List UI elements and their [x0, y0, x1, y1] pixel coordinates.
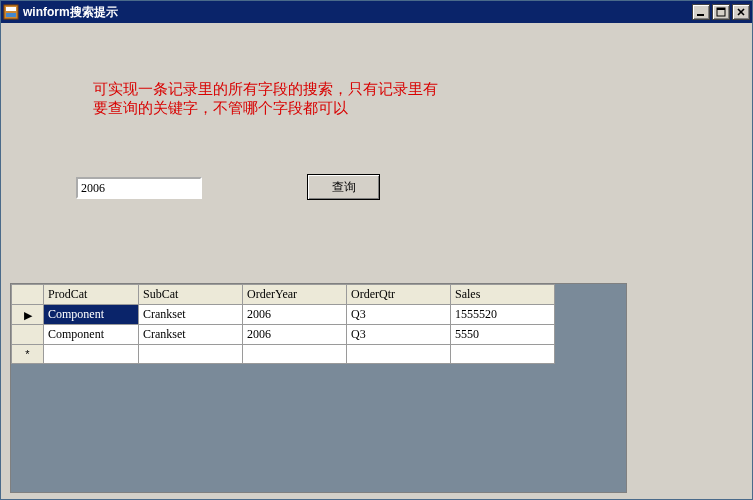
data-grid[interactable]: ProdCat SubCat OrderYear OrderQtr Sales …: [10, 283, 627, 493]
app-window: winform搜索提示 可实现一条记录里的所有字段的搜索，只有记录里有 要查询的…: [0, 0, 753, 500]
table-new-row[interactable]: *: [12, 345, 555, 364]
svg-rect-3: [697, 14, 704, 16]
description-line2: 要查询的关键字，不管哪个字段都可以: [93, 100, 348, 116]
titlebar: winform搜索提示: [1, 1, 752, 23]
new-row-indicator[interactable]: *: [12, 345, 44, 364]
cell-empty[interactable]: [243, 345, 347, 364]
cell-sales[interactable]: 5550: [451, 325, 555, 345]
table-row[interactable]: ▶ Component Crankset 2006 Q3 1555520: [12, 305, 555, 325]
cell-orderqtr[interactable]: Q3: [347, 305, 451, 325]
app-icon: [3, 4, 19, 20]
cell-subcat[interactable]: Crankset: [139, 325, 243, 345]
grid-corner[interactable]: [12, 285, 44, 305]
client-area: 可实现一条记录里的所有字段的搜索，只有记录里有 要查询的关键字，不管哪个字段都可…: [1, 23, 752, 499]
table-row[interactable]: Component Crankset 2006 Q3 5550: [12, 325, 555, 345]
cell-sales[interactable]: 1555520: [451, 305, 555, 325]
description-text: 可实现一条记录里的所有字段的搜索，只有记录里有 要查询的关键字，不管哪个字段都可…: [93, 80, 438, 118]
cell-empty[interactable]: [347, 345, 451, 364]
minimize-button[interactable]: [692, 4, 710, 20]
col-header-orderqtr[interactable]: OrderQtr: [347, 285, 451, 305]
col-header-prodcat[interactable]: ProdCat: [44, 285, 139, 305]
svg-rect-1: [6, 7, 16, 11]
svg-rect-2: [6, 13, 16, 17]
svg-rect-5: [717, 8, 725, 10]
cell-empty[interactable]: [44, 345, 139, 364]
close-button[interactable]: [732, 4, 750, 20]
cell-empty[interactable]: [451, 345, 555, 364]
cell-orderqtr[interactable]: Q3: [347, 325, 451, 345]
cell-prodcat[interactable]: Component: [44, 325, 139, 345]
row-indicator[interactable]: ▶: [12, 305, 44, 325]
col-header-sales[interactable]: Sales: [451, 285, 555, 305]
description-line1: 可实现一条记录里的所有字段的搜索，只有记录里有: [93, 81, 438, 97]
maximize-button[interactable]: [712, 4, 730, 20]
row-indicator[interactable]: [12, 325, 44, 345]
col-header-subcat[interactable]: SubCat: [139, 285, 243, 305]
window-title: winform搜索提示: [23, 4, 692, 21]
cell-subcat[interactable]: Crankset: [139, 305, 243, 325]
cell-orderyear[interactable]: 2006: [243, 325, 347, 345]
col-header-orderyear[interactable]: OrderYear: [243, 285, 347, 305]
grid-header-row: ProdCat SubCat OrderYear OrderQtr Sales: [12, 285, 555, 305]
window-controls: [692, 4, 750, 20]
cell-empty[interactable]: [139, 345, 243, 364]
cell-prodcat[interactable]: Component: [44, 305, 139, 325]
cell-orderyear[interactable]: 2006: [243, 305, 347, 325]
query-button[interactable]: 查询: [307, 174, 380, 200]
search-input[interactable]: [76, 177, 202, 199]
